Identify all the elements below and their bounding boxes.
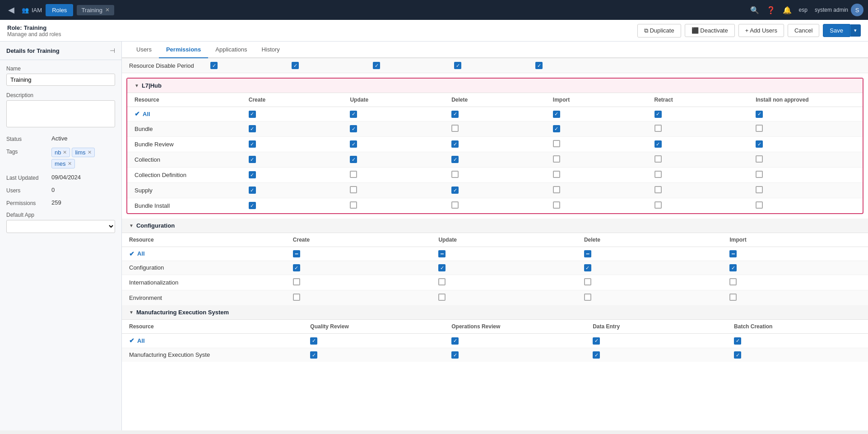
user-menu[interactable]: system admin S (815, 4, 863, 16)
save-dropdown-button[interactable]: ▾ (850, 24, 861, 37)
checkbox-unchecked[interactable] (438, 278, 446, 285)
checkbox-checked[interactable]: ✓ (734, 351, 741, 359)
default-app-select[interactable] (6, 220, 115, 233)
checkbox-checked[interactable]: ✓ (451, 140, 459, 148)
checkbox-indeterminate[interactable]: − (293, 250, 300, 257)
add-users-button[interactable]: + Add Users (738, 24, 784, 37)
search-button[interactable]: 🔍 (750, 6, 759, 14)
back-button[interactable]: ◀ (5, 3, 18, 17)
checkbox-unchecked[interactable] (350, 171, 357, 178)
checkbox-checked[interactable]: ✓ (249, 125, 256, 132)
checkbox-checked[interactable]: ✓ (292, 62, 299, 69)
checkbox-unchecked[interactable] (654, 125, 662, 132)
checkbox-checked[interactable]: ✓ (535, 62, 543, 69)
checkbox-unchecked[interactable] (293, 278, 300, 285)
tag-mes-close[interactable]: ✕ (68, 161, 72, 167)
checkbox-checked[interactable]: ✓ (438, 264, 446, 271)
checkbox-unchecked[interactable] (451, 171, 459, 178)
help-button[interactable]: ❓ (766, 6, 775, 14)
deactivate-button[interactable]: ⬛ Deactivate (685, 24, 735, 37)
checkbox-checked[interactable]: ✓ (756, 140, 763, 148)
checkbox-checked[interactable]: ✓ (310, 351, 317, 359)
tab-history[interactable]: History (254, 42, 287, 58)
checkbox-unchecked[interactable] (293, 294, 300, 301)
checkbox-checked[interactable]: ✓ (553, 125, 560, 132)
checkbox-unchecked[interactable] (729, 278, 737, 285)
checkbox-unchecked[interactable] (350, 186, 357, 193)
section-manufacturing-header[interactable]: ▼ Manufacturing Execution System (122, 305, 868, 320)
checkbox-unchecked[interactable] (553, 140, 560, 147)
notification-button[interactable]: 🔔 (783, 6, 792, 14)
nav-tab-close-icon[interactable]: ✕ (105, 7, 110, 13)
checkbox-indeterminate[interactable]: − (438, 250, 446, 257)
checkbox-unchecked[interactable] (654, 171, 662, 178)
checkbox-checked[interactable]: ✓ (350, 156, 357, 163)
save-button[interactable]: Save (823, 24, 850, 37)
checkbox-checked[interactable]: ✓ (249, 187, 256, 194)
checkbox-checked[interactable]: ✓ (734, 337, 741, 345)
tag-lims-close[interactable]: ✕ (88, 149, 92, 155)
duplicate-button[interactable]: ⧉ Duplicate (637, 24, 681, 37)
checkbox-checked[interactable]: ✓ (756, 111, 763, 118)
tag-nb-close[interactable]: ✕ (63, 149, 67, 155)
cancel-button[interactable]: Cancel (788, 24, 819, 37)
tab-users[interactable]: Users (129, 42, 159, 58)
checkbox-checked[interactable]: ✓ (451, 156, 459, 163)
checkbox-checked[interactable]: ✓ (593, 337, 600, 345)
tab-permissions[interactable]: Permissions (159, 42, 208, 58)
checkbox-unchecked[interactable] (756, 186, 763, 193)
section-configuration-header[interactable]: ▼ Configuration (122, 219, 868, 233)
perm-cell: ✓ (647, 136, 749, 152)
checkbox-checked[interactable]: ✓ (249, 156, 256, 163)
checkbox-unchecked[interactable] (553, 171, 560, 178)
nav-tab-roles[interactable]: Roles (46, 4, 73, 16)
checkbox-checked[interactable]: ✓ (293, 264, 300, 271)
checkbox-unchecked[interactable] (451, 125, 459, 132)
checkbox-checked[interactable]: ✓ (350, 111, 357, 118)
checkbox-checked[interactable]: ✓ (654, 111, 662, 118)
checkbox-unchecked[interactable] (654, 155, 662, 163)
checkbox-checked[interactable]: ✓ (310, 337, 317, 345)
checkbox-unchecked[interactable] (553, 186, 560, 193)
checkbox-unchecked[interactable] (756, 125, 763, 132)
checkbox-checked[interactable]: ✓ (451, 337, 459, 345)
checkbox-checked[interactable]: ✓ (249, 171, 256, 178)
checkbox-checked[interactable]: ✓ (454, 62, 461, 69)
checkbox-unchecked[interactable] (756, 201, 763, 209)
checkbox-unchecked[interactable] (451, 201, 459, 209)
checkbox-unchecked[interactable] (654, 186, 662, 193)
checkbox-unchecked[interactable] (438, 294, 446, 301)
checkbox-unchecked[interactable] (729, 294, 737, 301)
nav-tab-training[interactable]: Training ✕ (77, 5, 114, 15)
checkbox-unchecked[interactable] (756, 171, 763, 178)
checkbox-checked[interactable]: ✓ (249, 202, 256, 209)
checkbox-unchecked[interactable] (584, 278, 591, 285)
sidebar-collapse-button[interactable]: ⊣ (110, 47, 115, 54)
checkbox-checked[interactable]: ✓ (593, 351, 600, 359)
checkbox-unchecked[interactable] (654, 201, 662, 209)
checkbox-checked[interactable]: ✓ (249, 111, 256, 118)
name-input[interactable] (6, 74, 115, 86)
checkbox-checked[interactable]: ✓ (373, 62, 380, 69)
checkbox-checked[interactable]: ✓ (210, 62, 218, 69)
checkbox-checked[interactable]: ✓ (350, 140, 357, 148)
checkbox-checked[interactable]: ✓ (451, 111, 459, 118)
checkbox-unchecked[interactable] (584, 294, 591, 301)
checkbox-checked[interactable]: ✓ (553, 111, 560, 118)
checkbox-checked[interactable]: ✓ (654, 140, 662, 148)
checkbox-checked[interactable]: ✓ (584, 264, 591, 271)
checkbox-checked[interactable]: ✓ (451, 187, 459, 194)
checkbox-indeterminate[interactable]: − (584, 250, 591, 257)
checkbox-unchecked[interactable] (553, 155, 560, 163)
description-input[interactable] (6, 100, 115, 127)
checkbox-checked[interactable]: ✓ (451, 351, 459, 359)
checkbox-checked[interactable]: ✓ (249, 140, 256, 148)
tab-applications[interactable]: Applications (208, 42, 254, 58)
section-l7hub-header[interactable]: ▼ L7|Hub (127, 79, 863, 93)
checkbox-unchecked[interactable] (553, 201, 560, 209)
checkbox-indeterminate[interactable]: − (729, 250, 737, 257)
checkbox-checked[interactable]: ✓ (729, 264, 737, 271)
checkbox-checked[interactable]: ✓ (350, 125, 357, 132)
checkbox-unchecked[interactable] (350, 201, 357, 209)
checkbox-unchecked[interactable] (756, 155, 763, 163)
